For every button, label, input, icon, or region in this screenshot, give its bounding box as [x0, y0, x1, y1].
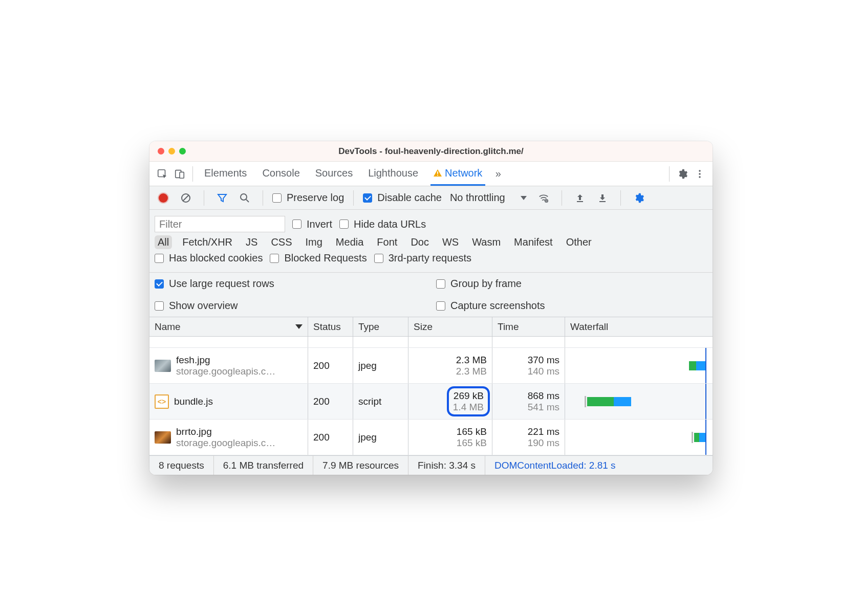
summary-finish: Finish: 3.34 s	[408, 456, 485, 475]
cell-type: jpeg	[358, 360, 377, 371]
filter-bar: Filter Invert Hide data URLs All Fetch/X…	[149, 210, 713, 273]
filter-type-manifest[interactable]: Manifest	[511, 235, 556, 249]
filter-type-ws[interactable]: WS	[439, 235, 462, 249]
network-table-body: fesh.jpg storage.googleapis.c… 200 jpeg …	[149, 337, 713, 455]
disable-cache-checkbox[interactable]: Disable cache	[363, 192, 442, 204]
resource-type-filters: All Fetch/XHR JS CSS Img Media Font Doc …	[155, 235, 707, 249]
filter-type-fetchxhr[interactable]: Fetch/XHR	[179, 235, 235, 249]
cell-latency: 190 ms	[528, 437, 559, 449]
sort-descending-icon	[295, 324, 303, 329]
cell-size-uncompressed: 2.3 MB	[456, 366, 487, 377]
blocked-requests-checkbox[interactable]: Blocked Requests	[270, 252, 367, 264]
column-label: Time	[498, 321, 519, 333]
separator	[669, 166, 670, 182]
throttling-select[interactable]: No throttling	[447, 192, 530, 204]
invert-checkbox[interactable]: Invert	[292, 218, 332, 230]
input-placeholder: Filter	[159, 218, 182, 230]
group-by-frame-checkbox[interactable]: Group by frame	[436, 278, 522, 290]
tab-label: Console	[262, 167, 299, 179]
filter-funnel-icon[interactable]	[213, 189, 231, 207]
network-summary-bar: 8 requests 6.1 MB transferred 7.9 MB res…	[149, 455, 713, 475]
checkbox-label: Show overview	[169, 300, 238, 312]
hide-data-urls-checkbox[interactable]: Hide data URLs	[339, 218, 426, 230]
request-domain: storage.googleapis.c…	[176, 437, 275, 449]
network-conditions-icon[interactable]	[535, 189, 552, 207]
table-row[interactable]: fesh.jpg storage.googleapis.c… 200 jpeg …	[149, 348, 713, 384]
tab-console[interactable]: Console	[259, 162, 303, 186]
checkbox-label: 3rd-party requests	[389, 252, 471, 264]
search-icon[interactable]	[236, 189, 253, 207]
tab-sources[interactable]: Sources	[312, 162, 356, 186]
size-column-highlight: 269 kB 1.4 MB	[447, 386, 490, 417]
filter-type-doc[interactable]: Doc	[407, 235, 432, 249]
filter-type-img[interactable]: Img	[303, 235, 326, 249]
separator	[263, 190, 263, 206]
column-header-name[interactable]: Name	[149, 317, 308, 336]
kebab-menu-icon[interactable]	[691, 165, 708, 183]
settings-gear-icon[interactable]	[674, 165, 691, 183]
filter-type-font[interactable]: Font	[374, 235, 400, 249]
svg-point-7	[699, 176, 701, 178]
filter-type-js[interactable]: JS	[243, 235, 261, 249]
column-header-time[interactable]: Time	[492, 317, 565, 336]
column-label: Size	[414, 321, 433, 333]
capture-screenshots-checkbox[interactable]: Capture screenshots	[436, 300, 545, 312]
summary-domcontentloaded[interactable]: DOMContentLoaded: 2.81 s	[485, 456, 625, 475]
cell-size: 2.3 MB	[456, 355, 487, 366]
panel-tabs-row: Elements Console Sources Lighthouse Netw…	[149, 162, 713, 186]
svg-rect-14	[599, 201, 606, 202]
svg-rect-3	[437, 171, 438, 174]
window-titlebar: DevTools - foul-heavenly-direction.glitc…	[149, 141, 713, 162]
table-row[interactable]: <> bundle.js 200 script 269 kB 1.4 MB 86…	[149, 384, 713, 420]
filter-type-wasm[interactable]: Wasm	[469, 235, 504, 249]
clear-icon[interactable]	[177, 189, 195, 207]
tab-network[interactable]: Network	[430, 162, 485, 186]
device-toolbar-icon[interactable]	[171, 165, 188, 183]
svg-point-5	[699, 170, 701, 172]
cell-type: jpeg	[358, 432, 377, 443]
table-row-partial	[149, 337, 713, 348]
panel-tabs: Elements Console Sources Lighthouse Netw…	[197, 162, 489, 186]
large-rows-checkbox[interactable]: Use large request rows	[155, 278, 274, 290]
tab-elements[interactable]: Elements	[201, 162, 250, 186]
devtools-window: DevTools - foul-heavenly-direction.glitc…	[149, 141, 713, 475]
preserve-log-checkbox[interactable]: Preserve log	[272, 192, 344, 204]
separator	[192, 166, 193, 182]
filter-type-media[interactable]: Media	[333, 235, 367, 249]
filter-type-other[interactable]: Other	[563, 235, 595, 249]
file-thumbnail-icon	[155, 431, 171, 444]
record-button[interactable]	[155, 189, 172, 207]
third-party-checkbox[interactable]: 3rd-party requests	[374, 252, 471, 264]
summary-resources: 7.9 MB resources	[313, 456, 408, 475]
upload-har-icon[interactable]	[571, 189, 589, 207]
minimize-window-button[interactable]	[168, 148, 175, 155]
warning-icon	[434, 169, 442, 177]
tab-label: Lighthouse	[368, 167, 418, 179]
column-label: Waterfall	[570, 321, 608, 333]
filter-input[interactable]: Filter	[155, 216, 285, 232]
table-row[interactable]: brrto.jpg storage.googleapis.c… 200 jpeg…	[149, 420, 713, 455]
column-header-size[interactable]: Size	[408, 317, 492, 336]
filter-type-css[interactable]: CSS	[268, 235, 295, 249]
cell-status: 200	[313, 432, 330, 443]
column-header-waterfall[interactable]: Waterfall	[565, 317, 713, 336]
summary-transferred: 6.1 MB transferred	[214, 456, 313, 475]
more-tabs-icon[interactable]: »	[489, 165, 507, 183]
tab-lighthouse[interactable]: Lighthouse	[365, 162, 421, 186]
checkbox-label: Hide data URLs	[354, 218, 426, 230]
request-name: fesh.jpg	[176, 355, 275, 366]
zoom-window-button[interactable]	[179, 148, 186, 155]
show-overview-checkbox[interactable]: Show overview	[155, 300, 238, 312]
close-window-button[interactable]	[158, 148, 164, 155]
network-settings-gear-icon[interactable]	[630, 189, 648, 207]
download-har-icon[interactable]	[594, 189, 611, 207]
column-label: Status	[313, 321, 341, 333]
column-header-status[interactable]: Status	[308, 317, 353, 336]
separator	[562, 190, 562, 206]
separator	[204, 190, 204, 206]
filter-type-all[interactable]: All	[155, 235, 172, 249]
column-header-type[interactable]: Type	[353, 317, 408, 336]
inspect-element-icon[interactable]	[154, 165, 171, 183]
checkbox-label: Invert	[307, 218, 332, 230]
has-blocked-cookies-checkbox[interactable]: Has blocked cookies	[155, 252, 263, 264]
